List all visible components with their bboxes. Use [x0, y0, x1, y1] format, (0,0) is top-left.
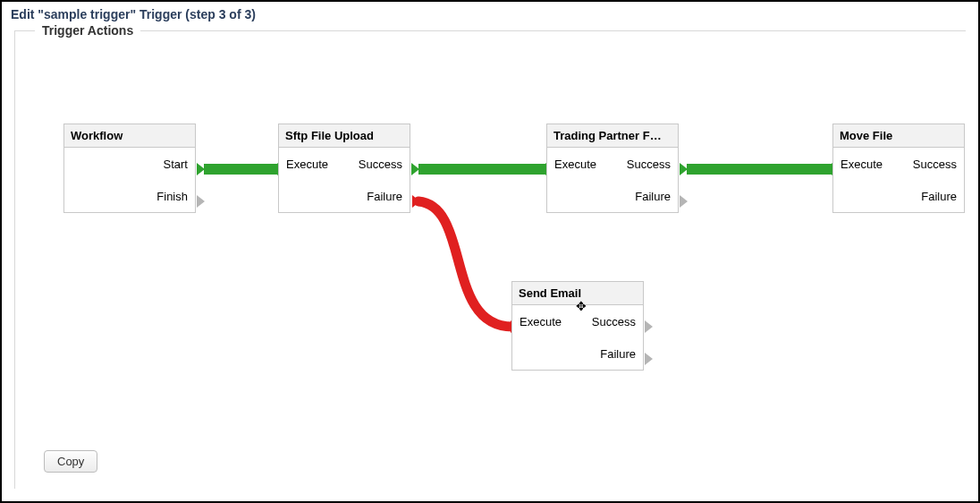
port-execute[interactable]: Execute: [841, 158, 883, 171]
port-start[interactable]: Start: [72, 158, 188, 171]
arrow-icon: [412, 195, 420, 208]
arrow-icon: [411, 163, 419, 175]
link-success: [687, 164, 832, 175]
trigger-actions-panel: Trigger Actions Workflow Start: [14, 30, 966, 489]
port-failure[interactable]: Failure: [554, 190, 671, 203]
port-failure[interactable]: Failure: [286, 190, 402, 203]
port-success[interactable]: Success: [883, 158, 957, 171]
window: Edit "sample trigger" Trigger (step 3 of…: [0, 0, 980, 503]
port-success[interactable]: Success: [562, 315, 636, 328]
window-title: Edit "sample trigger" Trigger (step 3 of…: [2, 2, 978, 25]
node-move-file[interactable]: Move File Execute Success Failure: [832, 124, 965, 213]
link-success: [418, 164, 545, 175]
port-success[interactable]: Success: [328, 158, 402, 171]
arrow-icon: [197, 163, 205, 175]
port-execute[interactable]: Execute: [554, 158, 596, 171]
link-failure: [15, 31, 966, 489]
port-finish[interactable]: Finish: [72, 190, 188, 203]
node-title: Send Email: [512, 282, 643, 305]
link-success: [204, 164, 277, 175]
node-title: Move File: [833, 124, 964, 148]
arrow-icon: [680, 163, 688, 175]
copy-button[interactable]: Copy: [44, 450, 97, 473]
port-execute[interactable]: Execute: [520, 315, 562, 328]
port-execute[interactable]: Execute: [286, 158, 328, 171]
node-title: Sftp File Upload: [279, 124, 410, 148]
node-title: Trading Partner F…: [547, 124, 678, 148]
arrow-icon: [680, 195, 688, 208]
arrow-icon: [645, 353, 653, 365]
node-send-email[interactable]: Send Email Execute Success Failure: [511, 281, 644, 371]
node-sftp-upload[interactable]: Sftp File Upload Execute Success Failure: [278, 124, 410, 213]
arrow-icon: [197, 195, 205, 208]
port-failure[interactable]: Failure: [520, 347, 636, 361]
node-workflow[interactable]: Workflow Start Finish: [63, 124, 196, 213]
workflow-canvas[interactable]: Workflow Start Finish Sftp File Upload E…: [15, 31, 966, 489]
port-failure[interactable]: Failure: [841, 190, 957, 203]
port-success[interactable]: Success: [596, 158, 671, 171]
node-trading-partner[interactable]: Trading Partner F… Execute Success Failu…: [546, 124, 679, 213]
arrow-icon: [645, 320, 653, 333]
node-title: Workflow: [64, 124, 195, 148]
